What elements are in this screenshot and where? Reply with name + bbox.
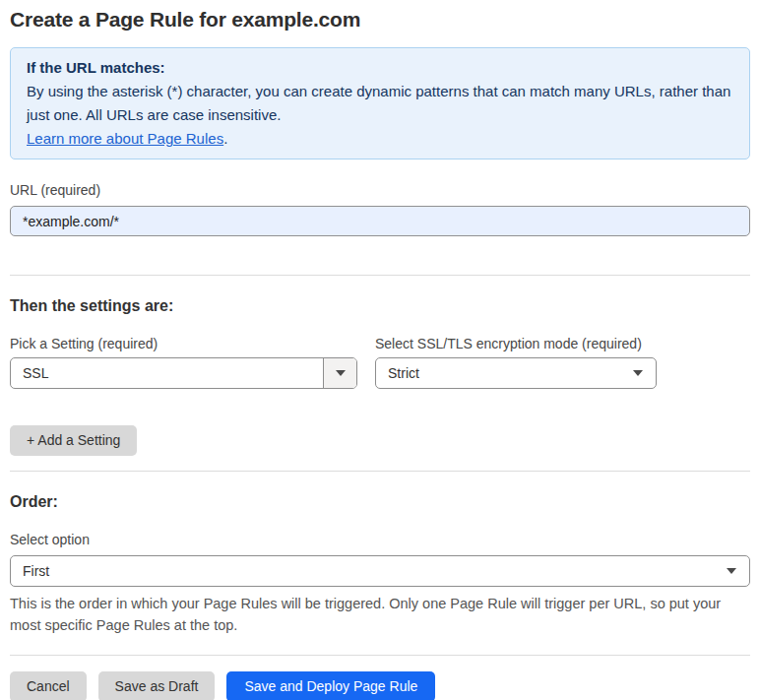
divider	[10, 655, 750, 656]
order-select-label: Select option	[10, 532, 750, 548]
ssl-mode-field: Select SSL/TLS encryption mode (required…	[375, 336, 657, 389]
chevron-down-icon	[336, 370, 346, 376]
page-title: Create a Page Rule for example.com	[10, 8, 750, 32]
add-setting-button[interactable]: + Add a Setting	[10, 425, 137, 456]
add-setting-row: + Add a Setting	[10, 425, 750, 456]
order-select[interactable]: First	[10, 555, 750, 587]
save-and-deploy-button[interactable]: Save and Deploy Page Rule	[226, 671, 435, 700]
setting-select-label: Pick a Setting (required)	[10, 336, 357, 352]
learn-more-link[interactable]: Learn more about Page Rules	[27, 130, 223, 147]
info-box-heading: If the URL matches:	[27, 56, 733, 80]
url-match-info-box: If the URL matches: By using the asteris…	[10, 47, 750, 159]
chevron-down-icon	[633, 370, 643, 376]
footer-actions: Cancel Save as Draft Save and Deploy Pag…	[10, 671, 750, 700]
setting-select[interactable]: SSL	[10, 357, 357, 389]
ssl-mode-select-value: Strict	[376, 365, 656, 381]
order-help-text: This is the order in which your Page Rul…	[10, 593, 750, 636]
info-box-link-line: Learn more about Page Rules.	[27, 127, 733, 151]
order-field: Select option First This is the order in…	[10, 532, 750, 636]
url-label: URL (required)	[10, 182, 750, 199]
order-select-value: First	[11, 563, 749, 579]
cancel-button[interactable]: Cancel	[10, 671, 87, 700]
settings-section-heading: Then the settings are:	[10, 296, 750, 315]
ssl-mode-select-label: Select SSL/TLS encryption mode (required…	[375, 336, 657, 352]
setting-field: Pick a Setting (required) SSL	[10, 336, 357, 389]
settings-fields-row: Pick a Setting (required) SSL Select SSL…	[10, 336, 750, 389]
create-page-rule-form: Create a Page Rule for example.com If th…	[0, 0, 760, 700]
info-box-body: By using the asterisk (*) character, you…	[27, 80, 733, 127]
dropdown-arrow-box	[323, 358, 356, 388]
url-input[interactable]	[10, 206, 750, 236]
ssl-mode-select[interactable]: Strict	[375, 357, 657, 389]
setting-select-value: SSL	[11, 365, 323, 381]
save-as-draft-button[interactable]: Save as Draft	[98, 671, 216, 700]
divider	[10, 275, 750, 276]
order-section-heading: Order:	[10, 492, 750, 511]
chevron-down-icon	[727, 568, 736, 574]
divider	[10, 471, 750, 472]
link-period: .	[223, 130, 227, 147]
